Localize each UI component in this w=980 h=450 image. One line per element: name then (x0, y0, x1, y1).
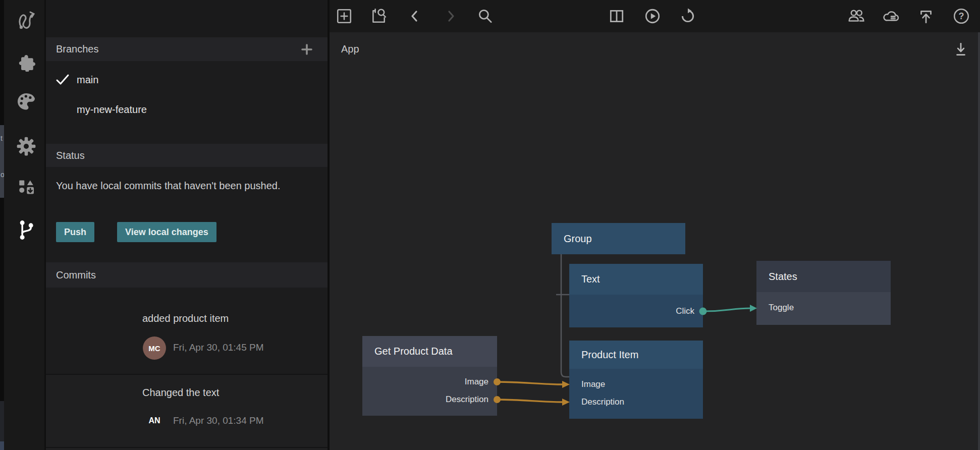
node-graph-canvas[interactable]: Group Text Click States Toggle (330, 66, 980, 450)
status-section-header: Status (46, 144, 328, 167)
commit-list-item[interactable]: added product item MC Fri, Apr 30, 01:45… (46, 288, 328, 374)
split-view-button[interactable] (607, 7, 626, 26)
branches-section-header: Branches (46, 37, 328, 61)
push-button[interactable]: Push (56, 222, 94, 242)
gear-icon[interactable] (14, 134, 38, 158)
input-port-description[interactable]: Description (581, 396, 624, 409)
input-port-toggle[interactable]: Toggle (769, 301, 794, 314)
editor-toolbar: ? (330, 0, 980, 32)
help-button[interactable]: ? (952, 7, 971, 26)
noodl-editor-window: t o (0, 0, 980, 450)
output-port-image[interactable]: Image (465, 375, 488, 388)
noodl-logo[interactable] (14, 7, 38, 31)
puzzle-icon[interactable] (14, 49, 38, 74)
commit-date: Fri, Apr 30, 01:45 PM (173, 342, 264, 353)
search-icon[interactable] (475, 7, 495, 26)
deploy-button[interactable] (916, 7, 936, 26)
branches-title: Branches (56, 43, 99, 55)
commit-message: added product item (142, 313, 229, 324)
port-label: Description (446, 395, 488, 405)
port-label: Description (581, 397, 624, 407)
scrollbar-track[interactable] (978, 32, 980, 450)
panel-top-spacer (46, 0, 328, 37)
branch-name: main (77, 74, 98, 86)
port-label: Image (581, 379, 605, 389)
collaborators-button[interactable] (847, 7, 866, 26)
node-product-item[interactable]: Product Item Image Description (569, 341, 703, 419)
navigate-back-button[interactable] (405, 7, 424, 26)
wire-image (494, 378, 570, 388)
tab-app[interactable]: App (341, 32, 359, 66)
commit-list-item[interactable]: Changed the text AN Fri, Apr 30, 01:34 P… (46, 375, 328, 447)
port-label: Image (465, 377, 488, 387)
download-icon[interactable] (952, 41, 969, 58)
sidebar-icon-rail (4, 0, 44, 450)
view-local-changes-button[interactable]: View local changes (117, 222, 216, 242)
output-port-click[interactable]: Click (676, 305, 694, 318)
clipped-background-panel: t o (0, 0, 4, 450)
clipped-text: o (1, 171, 4, 179)
clipped-panel-fragment (0, 401, 4, 441)
question-glyph: ? (959, 11, 964, 21)
node-title: Product Item (581, 349, 638, 361)
commit-message: Changed the text (142, 387, 219, 399)
commit-list-item (46, 448, 328, 450)
node-title: Get Product Data (374, 346, 453, 357)
commits-section-header: Commits (46, 262, 328, 288)
component-search-button[interactable] (369, 7, 388, 26)
wire-click-toggle (699, 305, 757, 315)
avatar-initials: MC (148, 344, 160, 353)
palette-icon[interactable] (14, 90, 38, 114)
wire-description (494, 396, 570, 406)
tab-app-label: App (341, 43, 359, 55)
check-icon (55, 73, 70, 86)
avatar: MC (143, 336, 166, 360)
commit-date: Fri, Apr 30, 01:34 PM (173, 415, 264, 426)
clipped-panel-fragment (0, 441, 4, 450)
run-preview-button[interactable] (643, 7, 662, 26)
node-get-product-data[interactable]: Get Product Data Image Description (362, 336, 497, 416)
version-control-panel: Branches main my-new-feature Status You … (46, 0, 328, 450)
add-branch-button[interactable] (300, 43, 313, 56)
push-button-label: Push (64, 227, 86, 238)
add-node-button[interactable] (335, 7, 354, 26)
node-group[interactable]: Group (552, 223, 685, 254)
view-local-changes-label: View local changes (125, 227, 208, 238)
branch-name: my-new-feature (77, 104, 147, 116)
commits-title: Commits (56, 269, 96, 281)
branch-item-my-new-feature[interactable]: my-new-feature (46, 98, 328, 121)
input-port-image[interactable]: Image (581, 378, 605, 391)
clipped-text: t (1, 134, 3, 142)
node-title: Text (581, 273, 600, 285)
version-control-icon[interactable] (14, 218, 38, 242)
component-tab-bar: App (330, 32, 980, 66)
clipped-panel-fragment: t o (0, 125, 4, 198)
navigate-forward-button[interactable] (441, 7, 460, 26)
status-message: You have local commits that haven't been… (56, 178, 288, 194)
cloud-services-button[interactable] (881, 7, 900, 26)
avatar: AN (144, 411, 165, 431)
port-label: Click (676, 306, 694, 316)
avatar-initials: AN (148, 416, 160, 425)
node-title: Group (564, 233, 592, 245)
node-title: States (769, 271, 797, 283)
node-text[interactable]: Text Click (569, 264, 703, 327)
output-port-description[interactable]: Description (446, 393, 488, 406)
branch-item-main[interactable]: main (46, 69, 328, 91)
components-icon[interactable] (14, 175, 38, 199)
refresh-button[interactable] (678, 7, 697, 26)
status-title: Status (56, 150, 85, 161)
port-label: Toggle (769, 303, 794, 313)
node-states[interactable]: States Toggle (756, 261, 891, 325)
